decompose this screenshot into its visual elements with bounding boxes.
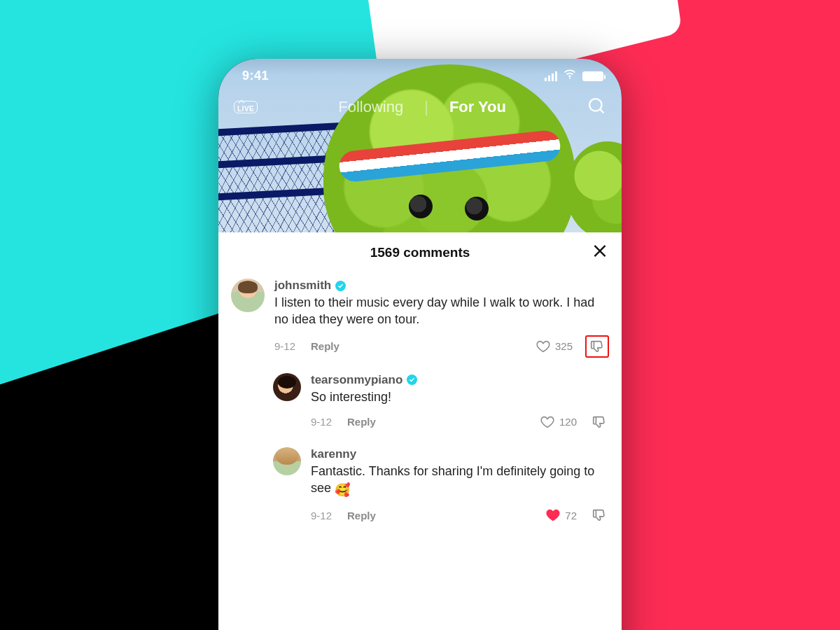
like-count: 325 (555, 340, 573, 352)
svg-rect-6 (594, 417, 596, 424)
thumbs-down-icon (592, 414, 607, 430)
comment-item: karenny Fantastic. Thanks for sharing I'… (273, 447, 609, 526)
thumbs-down-icon (592, 507, 607, 523)
phone-frame: 9:41 LIVE Following (218, 59, 622, 630)
comment-text: So interesting! (311, 388, 609, 405)
like-count: 120 (559, 416, 577, 428)
comments-count: 1569 comments (370, 245, 470, 260)
comment-item: tearsonmypiano So interesting! 9-12 Repl… (273, 373, 609, 432)
heart-icon (536, 339, 551, 354)
reply-button[interactable]: Reply (311, 340, 340, 352)
tab-for-you[interactable]: For You (449, 98, 506, 116)
dislike-button[interactable] (589, 412, 609, 432)
emoji-smiling-hearts: 🥰 (335, 482, 350, 498)
thumbs-down-icon (589, 339, 605, 354)
close-comments-button[interactable] (591, 242, 609, 264)
comment-username[interactable]: tearsonmypiano (311, 373, 402, 387)
verified-badge-icon (407, 374, 417, 385)
live-label: LIVE (237, 105, 254, 113)
feed-tabs: Following | For You (338, 98, 506, 116)
dislike-button[interactable] (589, 505, 609, 525)
like-button[interactable]: 72 (545, 507, 577, 523)
like-button[interactable]: 120 (540, 414, 577, 430)
comment-item: johnsmith I listen to their music every … (231, 279, 609, 358)
comment-text: I listen to their music every day while … (274, 294, 609, 328)
svg-line-2 (600, 109, 603, 113)
comment-text: Fantastic. Thanks for sharing I'm defini… (311, 463, 609, 499)
top-nav: LIVE Following | For You (218, 87, 622, 127)
comments-panel: 1569 comments johnsmith (218, 232, 622, 630)
dislike-button[interactable] (585, 335, 609, 358)
reply-button[interactable]: Reply (347, 416, 376, 428)
heart-icon (540, 414, 555, 430)
cellular-icon (545, 71, 557, 81)
avatar[interactable] (273, 373, 301, 401)
verified-badge-icon (335, 281, 346, 291)
avatar[interactable] (231, 279, 265, 312)
comment-date: 9-12 (274, 340, 295, 352)
svg-rect-7 (594, 510, 596, 517)
reply-button[interactable]: Reply (347, 510, 376, 522)
comment-username[interactable]: karenny (311, 447, 356, 461)
tab-following[interactable]: Following (338, 98, 403, 116)
wifi-icon (563, 67, 577, 85)
status-time: 9:41 (242, 69, 269, 83)
tab-separator: | (424, 98, 428, 116)
avatar[interactable] (273, 447, 301, 475)
status-bar: 9:41 (218, 59, 622, 87)
video-preview[interactable]: 9:41 LIVE Following (218, 59, 622, 232)
heart-icon (545, 507, 561, 523)
comment-date: 9-12 (311, 510, 332, 522)
comments-header: 1569 comments (218, 232, 622, 273)
comment-list: johnsmith I listen to their music every … (218, 273, 622, 525)
search-button[interactable] (587, 96, 606, 118)
close-icon (591, 242, 609, 260)
live-button[interactable]: LIVE (234, 101, 258, 113)
search-icon (587, 96, 606, 115)
svg-point-0 (569, 78, 570, 79)
comment-username[interactable]: johnsmith (274, 279, 331, 293)
comment-date: 9-12 (311, 416, 332, 428)
like-button[interactable]: 325 (536, 339, 573, 354)
promo-stage: 9:41 LIVE Following (0, 0, 840, 630)
svg-point-1 (589, 99, 602, 111)
svg-rect-5 (592, 341, 594, 348)
battery-icon (582, 71, 603, 81)
like-count: 72 (565, 510, 577, 522)
